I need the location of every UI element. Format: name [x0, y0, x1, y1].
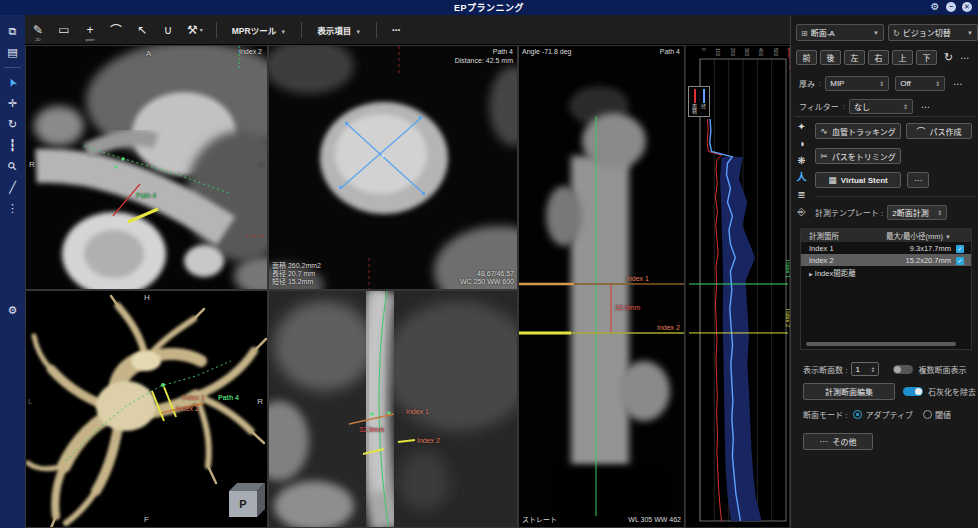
filter-more-button[interactable]: ⋯ [921, 102, 930, 112]
expand-arrow-icon[interactable]: ▶ [809, 271, 813, 277]
vision-switch-dropdown[interactable]: ↻ビジョン切替 ▼ [888, 24, 978, 41]
adaptive-label: アダプティブ [865, 409, 913, 420]
visibility-checkbox[interactable]: ✓ [956, 257, 964, 265]
ct-image [519, 46, 685, 528]
table-header[interactable]: 計測箇所 最大/最小径(mm) ▼ [801, 229, 971, 242]
pan-icon[interactable]: ✛ [3, 95, 22, 112]
titlebar: EPプランニング ⚙ − ✕ [0, 0, 978, 15]
probe-icon[interactable]: ↖ [135, 23, 149, 37]
threshold-label: 閾値 [935, 409, 951, 420]
column-header-diameter[interactable]: 最大/最小径(mm) ▼ [881, 230, 951, 241]
orient-button-右[interactable]: 右 [868, 50, 889, 65]
view-selector-dropdown[interactable]: ⊞断面-A ▼ [796, 24, 884, 41]
settings-icon[interactable]: ⚙ [930, 2, 940, 12]
close-icon[interactable]: ✕ [962, 2, 972, 12]
rotate-icon[interactable]: ↻ [3, 116, 22, 133]
viewport-straightened-vessel[interactable]: Angle -71.8 deg Path 4 Index 1 Index 2 3… [518, 45, 685, 528]
orientation-letter-right: L [260, 160, 264, 169]
minimize-icon[interactable]: − [946, 2, 956, 12]
index-label: Index 2 [239, 48, 262, 56]
orient-button-後[interactable]: 後 [820, 50, 841, 65]
adaptive-radio[interactable] [853, 410, 862, 419]
updown-icon: ⇕ [879, 80, 884, 87]
orient-button-左[interactable]: 左 [844, 50, 865, 65]
svg-text:500: 500 [773, 48, 779, 57]
report-icon[interactable]: ▤ [3, 44, 22, 61]
others-button[interactable]: ⋯その他 [803, 433, 873, 450]
mpr-tools-button[interactable]: MPRツール▼ [232, 24, 286, 36]
cursor-icon[interactable]: ➤ [1, 70, 24, 94]
toolbar-more-button[interactable]: ⋯ [392, 25, 401, 35]
ellipse-roi-icon[interactable]: ▭ [57, 23, 71, 37]
thickness-label: 厚み [799, 78, 815, 89]
updown-icon: ⇕ [935, 80, 940, 87]
virtual-stent-more-button[interactable]: ⋯ [907, 172, 929, 188]
path-create-button[interactable]: ⌒パス作成 [906, 123, 972, 139]
path-label: Path 4 [493, 48, 513, 56]
multi-section-toggle[interactable] [893, 365, 913, 374]
orient-button-下[interactable]: 下 [916, 50, 937, 65]
remove-calcification-toggle[interactable] [903, 387, 923, 396]
thickness-mode-select[interactable]: MIP⇕ [825, 76, 889, 91]
viewport-mpr-overview[interactable]: Index 2 A R L Path 4 [25, 45, 268, 290]
svg-text:400: 400 [758, 48, 764, 57]
path-label: Path 4 [136, 192, 156, 200]
svg-text:200: 200 [730, 48, 736, 57]
thickness-more-button[interactable]: ⋯ [953, 79, 962, 89]
viewport-curved-mpr[interactable]: Index 1 Index 2 32.9mm [268, 290, 518, 528]
spline-icon[interactable]: ∪ [161, 23, 175, 37]
icon-sublabel: 2D [35, 37, 40, 42]
separator-colon: : [843, 102, 845, 111]
threshold-radio[interactable] [923, 410, 932, 419]
window-level-icon[interactable]: ┇ [3, 137, 22, 154]
visibility-checkbox[interactable]: ✓ [956, 245, 964, 253]
vessel-track-icon: ∿ [820, 126, 828, 136]
layers-icon[interactable]: ≣ [797, 186, 805, 203]
distance-label: Distance: 42.5 mm [455, 57, 513, 65]
right-panel: ⊞断面-A ▼ ↻ビジョン切替 ▼ 前後左右上下 ↻ ⋯ 厚み : MIP⇕ O… [790, 15, 978, 528]
viewport-3d-volume[interactable]: P H F R L Index 1 Path 4 Index 2 [25, 290, 268, 528]
edit-section-button[interactable]: 計測断面編集 [803, 383, 895, 400]
legend-item: 面積 [691, 89, 698, 114]
data-settings-icon[interactable]: ⚙ [3, 302, 22, 319]
wand-icon[interactable]: ✦ [797, 118, 805, 135]
sort-caret-icon: ▼ [945, 234, 951, 240]
reset-orientation-icon[interactable]: ↻ [944, 51, 953, 64]
zoom-icon[interactable]: ⚲ [0, 154, 25, 179]
path-curve-icon: ⌒ [916, 125, 925, 138]
vessel-tool-icon[interactable]: 人 [797, 169, 807, 186]
remove-calcification-label: 石灰化を除去 [928, 386, 976, 397]
line-tool-icon[interactable]: ╱ [3, 179, 22, 196]
display-count-spinner[interactable]: 1⇕ [851, 362, 879, 376]
3d-view-icon[interactable]: ⧉ [3, 23, 22, 40]
more-tools-icon[interactable]: ⋮ [3, 200, 22, 217]
point-add-icon[interactable]: +point [83, 23, 97, 37]
thickness-value-select[interactable]: Off⇕ [895, 76, 945, 91]
viewport-cross-section[interactable]: Path 4 Distance: 42.5 mm 面積 260.2mm2 長径 … [268, 45, 518, 290]
orientation-letter-top: H [144, 293, 150, 302]
vessel-tracking-button[interactable]: ∿血管トラッキング [815, 123, 901, 139]
virtual-stent-button[interactable]: ▦Virtual Stent [815, 172, 901, 188]
table-row-index1[interactable]: Index 1 9.3x17.7mm ✓ [801, 242, 971, 254]
filter-select[interactable]: なし⇕ [849, 99, 913, 114]
orientation-more-button[interactable]: ⋯ [960, 53, 969, 63]
table-horizontal-scrollbar[interactable] [806, 342, 956, 346]
adjust-icon[interactable]: ◑ [798, 135, 804, 152]
curve-icon[interactable]: ⌒ [109, 21, 123, 38]
tools-icon[interactable]: ⚒▾ [187, 23, 203, 37]
palette-icon[interactable]: ❋ [797, 152, 805, 169]
column-header-location[interactable]: 計測箇所 [801, 230, 881, 241]
vessel-profile-chart[interactable]: 0100200300400500面積mm2Index 1Index 2 面積径 [685, 45, 790, 528]
coordinates-value: 48.67/46.57 [477, 270, 514, 278]
orient-button-上[interactable]: 上 [892, 50, 913, 65]
table-row-index2[interactable]: Index 2 15.2x20.7mm ✓ [801, 254, 971, 266]
export-icon[interactable]: ⎆ [798, 203, 806, 220]
path-trim-button[interactable]: ✂パスをトリミング [815, 148, 901, 164]
app-title: EPプランニング [454, 1, 524, 14]
measure-template-select[interactable]: 2断面計測⇕ [887, 205, 947, 220]
display-items-button[interactable]: 表示項目▼ [317, 24, 361, 36]
orientation-letter-left: L [28, 397, 32, 406]
pencil-2d-icon[interactable]: ✎2D [31, 23, 45, 37]
table-row-index-distance[interactable]: ▶Index間距離 [801, 266, 971, 278]
orient-button-前[interactable]: 前 [796, 50, 817, 65]
